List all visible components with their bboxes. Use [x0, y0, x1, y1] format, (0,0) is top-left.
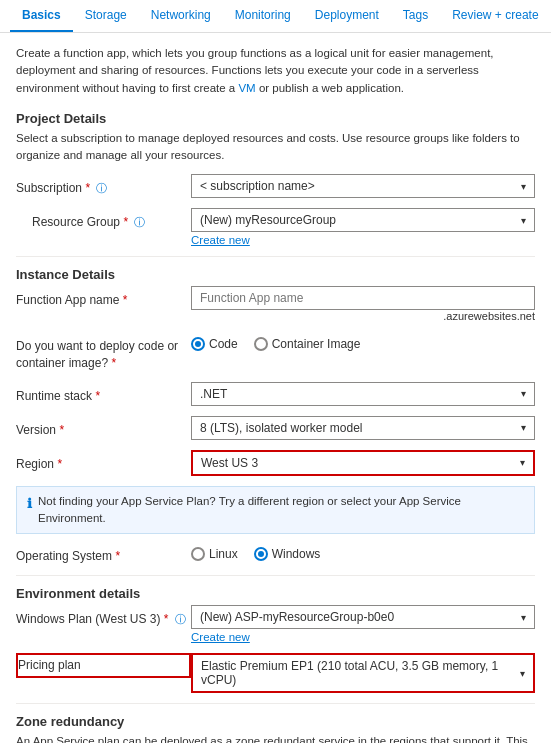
zone-redundancy-title: Zone redundancy: [16, 714, 535, 729]
os-windows-radio[interactable]: [254, 547, 268, 561]
subscription-control: < subscription name> ▾: [191, 174, 535, 198]
environment-details-title: Environment details: [16, 586, 535, 601]
windows-plan-chevron-icon: ▾: [521, 612, 526, 623]
deploy-container-radio[interactable]: [254, 337, 268, 351]
resource-group-row: Resource Group * ⓘ (New) myResourceGroup…: [16, 208, 535, 246]
region-chevron-icon: ▾: [520, 457, 525, 468]
os-control: Linux Windows: [191, 542, 535, 561]
region-row: Region * West US 3 ▾: [16, 450, 535, 476]
deploy-type-radio-group: Code Container Image: [191, 332, 535, 351]
version-chevron-icon: ▾: [521, 422, 526, 433]
tab-networking[interactable]: Networking: [139, 0, 223, 32]
tab-tags[interactable]: Tags: [391, 0, 440, 32]
windows-plan-info-icon[interactable]: ⓘ: [175, 613, 186, 625]
region-label: Region *: [16, 450, 191, 473]
os-radio-group: Linux Windows: [191, 542, 535, 561]
function-app-name-control: .azurewebsites.net: [191, 286, 535, 322]
deploy-container-option[interactable]: Container Image: [254, 337, 361, 351]
pricing-plan-select[interactable]: Elastic Premium EP1 (210 total ACU, 3.5 …: [191, 653, 535, 693]
instance-details-title: Instance Details: [16, 267, 535, 282]
tab-deployment[interactable]: Deployment: [303, 0, 391, 32]
vm-link[interactable]: VM: [238, 82, 255, 94]
resource-group-chevron-icon: ▾: [521, 215, 526, 226]
resource-group-info-icon[interactable]: ⓘ: [134, 216, 145, 228]
tab-basics[interactable]: Basics: [10, 0, 73, 32]
pricing-plan-control: Elastic Premium EP1 (210 total ACU, 3.5 …: [191, 653, 535, 693]
windows-plan-label: Windows Plan (West US 3) * ⓘ: [16, 605, 191, 628]
runtime-stack-label: Runtime stack *: [16, 382, 191, 405]
region-control: West US 3 ▾: [191, 450, 535, 476]
windows-plan-select[interactable]: (New) ASP-myResourceGroup-b0e0 ▾: [191, 605, 535, 629]
region-select[interactable]: West US 3 ▾: [191, 450, 535, 476]
version-control: 8 (LTS), isolated worker model ▾: [191, 416, 535, 440]
function-app-name-input[interactable]: [191, 286, 535, 310]
version-label: Version *: [16, 416, 191, 439]
runtime-stack-select[interactable]: .NET ▾: [191, 382, 535, 406]
runtime-stack-chevron-icon: ▾: [521, 388, 526, 399]
deploy-code-option[interactable]: Code: [191, 337, 238, 351]
resource-group-select[interactable]: (New) myResourceGroup ▾: [191, 208, 535, 232]
os-linux-radio[interactable]: [191, 547, 205, 561]
windows-plan-control: (New) ASP-myResourceGroup-b0e0 ▾ Create …: [191, 605, 535, 643]
tab-storage[interactable]: Storage: [73, 0, 139, 32]
page-description: Create a function app, which lets you gr…: [16, 45, 535, 97]
tab-review-create[interactable]: Review + create: [440, 0, 550, 32]
os-linux-option[interactable]: Linux: [191, 547, 238, 561]
deploy-code-radio[interactable]: [191, 337, 205, 351]
deploy-type-control: Code Container Image: [191, 332, 535, 351]
version-select[interactable]: 8 (LTS), isolated worker model ▾: [191, 416, 535, 440]
info-icon: ℹ: [27, 494, 32, 514]
runtime-stack-row: Runtime stack * .NET ▾: [16, 382, 535, 406]
os-windows-option[interactable]: Windows: [254, 547, 321, 561]
subscription-label: Subscription * ⓘ: [16, 174, 191, 197]
subscription-info-icon[interactable]: ⓘ: [96, 182, 107, 194]
function-app-name-row: Function App name * .azurewebsites.net: [16, 286, 535, 322]
windows-plan-create-new[interactable]: Create new: [191, 631, 535, 643]
region-info-box: ℹ Not finding your App Service Plan? Try…: [16, 486, 535, 535]
windows-plan-row: Windows Plan (West US 3) * ⓘ (New) ASP-m…: [16, 605, 535, 643]
project-details-desc: Select a subscription to manage deployed…: [16, 130, 535, 165]
project-details-title: Project Details: [16, 111, 535, 126]
os-row: Operating System * Linux Windows: [16, 542, 535, 565]
pricing-plan-chevron-icon: ▾: [520, 668, 525, 679]
version-row: Version * 8 (LTS), isolated worker model…: [16, 416, 535, 440]
deploy-type-row: Do you want to deploy code or container …: [16, 332, 535, 372]
tab-monitoring[interactable]: Monitoring: [223, 0, 303, 32]
deploy-type-label: Do you want to deploy code or container …: [16, 332, 191, 372]
zone-redundancy-desc: An App Service plan can be deployed as a…: [16, 733, 535, 743]
runtime-stack-control: .NET ▾: [191, 382, 535, 406]
zone-redundancy-section: Zone redundancy An App Service plan can …: [16, 714, 535, 743]
pricing-plan-row: Pricing plan Elastic Premium EP1 (210 to…: [16, 653, 535, 693]
subscription-select[interactable]: < subscription name> ▾: [191, 174, 535, 198]
tab-bar: Basics Storage Networking Monitoring Dep…: [0, 0, 551, 33]
resource-group-label: Resource Group * ⓘ: [16, 208, 191, 231]
pricing-plan-label: Pricing plan: [16, 653, 191, 678]
resource-group-control: (New) myResourceGroup ▾ Create new: [191, 208, 535, 246]
resource-group-create-new[interactable]: Create new: [191, 234, 535, 246]
function-app-name-label: Function App name *: [16, 286, 191, 309]
os-label: Operating System *: [16, 542, 191, 565]
subscription-row: Subscription * ⓘ < subscription name> ▾: [16, 174, 535, 198]
function-app-suffix: .azurewebsites.net: [443, 310, 535, 322]
subscription-chevron-icon: ▾: [521, 181, 526, 192]
